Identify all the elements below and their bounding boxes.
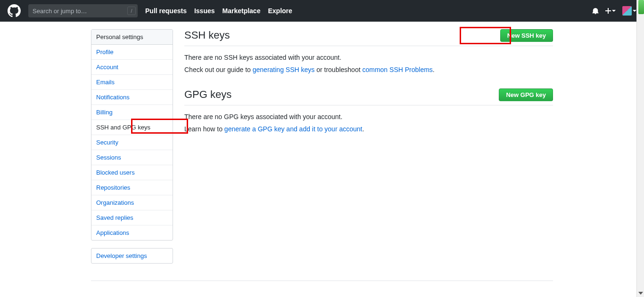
gpg-empty-message: There are no GPG keys associated with yo… [184,113,553,120]
gpg-heading: GPG keys [184,88,231,101]
sidebar-item-developer-settings[interactable]: Developer settings [91,249,173,263]
primary-nav: Pull requests Issues Marketplace Explore [145,7,292,15]
ssh-help-text: Check out our guide to generating SSH ke… [184,66,553,73]
bell-icon[interactable] [592,8,599,14]
ssh-heading: SSH keys [184,29,230,41]
new-gpg-key-button[interactable]: New GPG key [499,88,553,101]
sidebar-item-profile[interactable]: Profile [91,45,173,60]
sidebar-heading: Personal settings [91,30,173,45]
chevron-down-icon [612,10,616,12]
sidebar-item-notifications[interactable]: Notifications [91,90,173,105]
sidebar-item-blocked-users[interactable]: Blocked users [91,165,173,180]
gpg-help-end: . [362,125,364,133]
user-menu[interactable] [622,6,636,16]
new-ssh-key-button[interactable]: New SSH key [500,29,553,42]
sidebar-item-emails[interactable]: Emails [91,75,173,90]
create-new-dropdown[interactable] [605,8,616,14]
gpg-section: GPG keys New GPG key There are no GPG ke… [184,88,553,133]
sidebar-item-account[interactable]: Account [91,60,173,75]
slash-key-hint: / [127,7,136,15]
nav-marketplace[interactable]: Marketplace [223,7,261,15]
generate-gpg-key-link[interactable]: generate a GPG key and add it to your ac… [224,125,363,133]
gpg-help-text: Learn how to generate a GPG key and add … [184,125,553,133]
global-header: / Pull requests Issues Marketplace Explo… [0,0,644,22]
ssh-section: SSH keys New SSH key There are no SSH ke… [184,29,553,73]
settings-sidebar: Personal settings Profile Account Emails… [91,29,173,271]
nav-issues[interactable]: Issues [194,7,215,15]
generating-ssh-keys-link[interactable]: generating SSH keys [253,66,315,73]
github-logo[interactable] [8,4,21,17]
gpg-help-pre: Learn how to [184,125,224,133]
search-input[interactable] [28,4,138,17]
nav-pull-requests[interactable]: Pull requests [145,7,187,15]
window-decoration [638,0,644,14]
sidebar-item-repositories[interactable]: Repositories [91,180,173,195]
ssh-help-end: . [433,66,435,73]
settings-page: Personal settings Profile Account Emails… [91,22,553,271]
ssh-empty-message: There are no SSH keys associated with yo… [184,54,553,61]
ssh-help-pre: Check out our guide to [184,66,253,73]
settings-content: SSH keys New SSH key There are no SSH ke… [184,29,553,271]
global-search: / [28,4,138,17]
sidebar-item-saved-replies[interactable]: Saved replies [91,210,173,225]
avatar [622,6,632,16]
sidebar-item-organizations[interactable]: Organizations [91,195,173,210]
sidebar-item-billing[interactable]: Billing [91,105,173,120]
personal-settings-list: Personal settings Profile Account Emails… [91,29,173,241]
sidebar-item-ssh-gpg-keys[interactable]: SSH and GPG keys [91,120,173,135]
nav-explore[interactable]: Explore [268,7,292,15]
developer-settings-list: Developer settings [91,248,173,264]
scrollbar[interactable] [636,0,644,297]
common-ssh-problems-link[interactable]: common SSH Problems [362,66,432,73]
chevron-down-icon [633,10,636,12]
sidebar-item-sessions[interactable]: Sessions [91,150,173,165]
sidebar-item-security[interactable]: Security [91,135,173,150]
scroll-down-button[interactable] [637,289,644,297]
ssh-help-mid: or troubleshoot [314,66,362,73]
sidebar-item-applications[interactable]: Applications [91,225,173,240]
footer-separator [91,281,553,281]
